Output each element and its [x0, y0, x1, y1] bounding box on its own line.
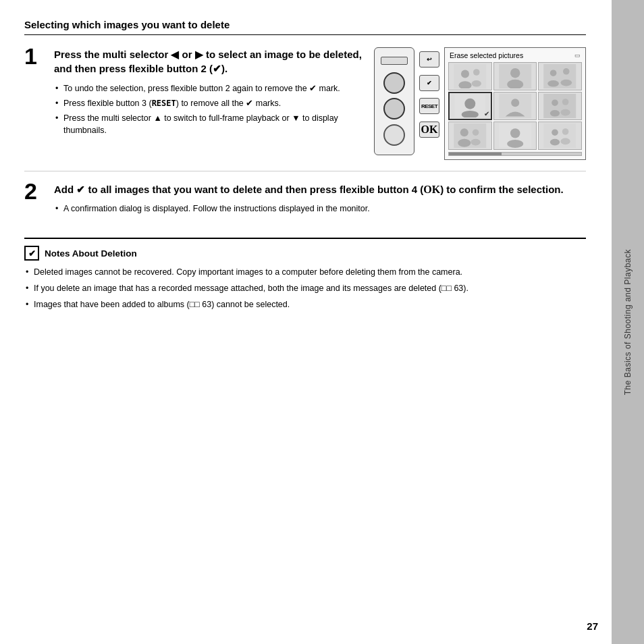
undo-button[interactable]: ↩: [419, 51, 439, 68]
step-1-body: Press the multi selector ◀ or ▶ to selec…: [54, 47, 362, 139]
camera-circle-mid: [383, 98, 405, 119]
svg-point-32: [552, 129, 559, 136]
page-heading: Selecting which images you want to delet…: [24, 19, 586, 35]
main-content: Selecting which images you want to delet…: [0, 0, 610, 333]
svg-point-29: [510, 128, 520, 138]
svg-point-21: [562, 99, 569, 105]
lcd-thumb-8: [493, 122, 537, 150]
step-1-illustration: ↩ ✔ RESET OK Erase selected pictures ▭: [374, 47, 586, 160]
svg-point-20: [550, 110, 560, 117]
lcd-progress-fill: [449, 153, 502, 155]
notes-title: Notes About Deletion: [45, 248, 137, 259]
scroll-icon: ▭: [574, 52, 581, 59]
svg-point-12: [561, 80, 572, 86]
svg-point-35: [561, 138, 570, 145]
step-1-number: 1: [24, 45, 54, 68]
reset-button[interactable]: RESET: [419, 98, 439, 114]
undo-icon: ↩: [427, 56, 432, 63]
svg-point-24: [460, 128, 468, 136]
lcd-thumb-6: [538, 92, 582, 120]
sidebar-label: The Basics of Shooting and Playback: [623, 249, 633, 395]
svg-point-27: [471, 139, 481, 146]
lcd-thumb-1: [448, 62, 492, 90]
camera-panel: [374, 47, 414, 155]
notes-bullets: Deleted images cannot be recovered. Copy…: [24, 266, 586, 311]
lcd-header: Erase selected pictures ▭: [448, 51, 582, 59]
notes-header: ✔ Notes About Deletion: [24, 246, 586, 261]
notes-bullet-1: Deleted images cannot be recovered. Copy…: [24, 266, 586, 279]
step-1-bullet-1: To undo the selection, press flexible bu…: [54, 82, 362, 95]
step-1-bullets: To undo the selection, press flexible bu…: [54, 82, 362, 137]
svg-point-9: [550, 70, 557, 76]
reset-label: RESET: [421, 103, 437, 109]
svg-point-1: [461, 70, 469, 78]
ok-button[interactable]: OK: [419, 122, 439, 138]
ok-label: OK: [421, 124, 438, 136]
page-number: 27: [587, 620, 598, 632]
lcd-thumb-9: [538, 122, 582, 150]
step-1-bullet-2: Press flexible button 3 (RESET) to remov…: [54, 97, 362, 110]
buttons-panel: ↩ ✔ RESET OK: [417, 47, 441, 142]
lcd-thumb-7: [448, 122, 492, 150]
notes-bullet-3: Images that have been added to albums (□…: [24, 298, 586, 311]
svg-point-25: [458, 139, 471, 147]
lcd-thumb-2: [493, 62, 537, 90]
camera-circle-top: [383, 72, 405, 94]
step-2-number: 2: [24, 180, 54, 203]
selected-check: ✔: [484, 110, 489, 117]
step-1: 1 Press the multi selector ◀ or ▶ to sel…: [24, 47, 586, 171]
lcd-thumb-4: ✔: [448, 92, 492, 120]
svg-point-10: [548, 80, 560, 87]
camera-circle-bot: [383, 124, 405, 146]
svg-point-14: [464, 99, 475, 109]
lcd-progress-bar: [448, 152, 582, 156]
step-2: 2 Add ✔ to all images that you want to d…: [24, 182, 586, 217]
lcd-grid: ✔: [448, 62, 582, 150]
check-button[interactable]: ✔: [419, 75, 439, 91]
notes-section: ✔ Notes About Deletion Deleted images ca…: [24, 238, 586, 311]
lcd-thumb-3: [538, 62, 582, 90]
notes-icon: ✔: [24, 246, 39, 261]
svg-point-4: [472, 80, 481, 87]
svg-point-3: [473, 69, 480, 76]
lcd-header-text: Erase selected pictures: [450, 51, 523, 59]
svg-rect-18: [544, 94, 576, 118]
svg-point-17: [511, 99, 519, 107]
svg-point-26: [473, 129, 479, 136]
step-1-main-text: Press the multi selector ◀ or ▶ to selec…: [54, 47, 362, 76]
svg-rect-31: [544, 124, 576, 148]
svg-point-22: [561, 109, 570, 116]
step-2-main-text: Add ✔ to all images that you want to del…: [54, 182, 586, 197]
step-2-bullet-1: A confirmation dialog is displayed. Foll…: [54, 203, 586, 215]
svg-point-30: [507, 140, 523, 148]
step-2-body: Add ✔ to all images that you want to del…: [54, 182, 586, 217]
sidebar: The Basics of Shooting and Playback: [612, 0, 644, 644]
svg-point-11: [563, 68, 570, 75]
svg-point-6: [510, 68, 520, 78]
lcd-panel: Erase selected pictures ▭: [444, 47, 586, 160]
svg-point-33: [550, 139, 560, 146]
lcd-thumb-5: [493, 92, 537, 120]
check-icon: ✔: [427, 80, 432, 86]
notes-bullet-2: If you delete an image that has a record…: [24, 282, 586, 295]
svg-point-19: [552, 99, 559, 106]
step-2-bullets: A confirmation dialog is displayed. Foll…: [54, 203, 586, 215]
step-1-bullet-3: Press the multi selector ▲ to switch to …: [54, 112, 362, 138]
svg-point-34: [562, 128, 569, 135]
